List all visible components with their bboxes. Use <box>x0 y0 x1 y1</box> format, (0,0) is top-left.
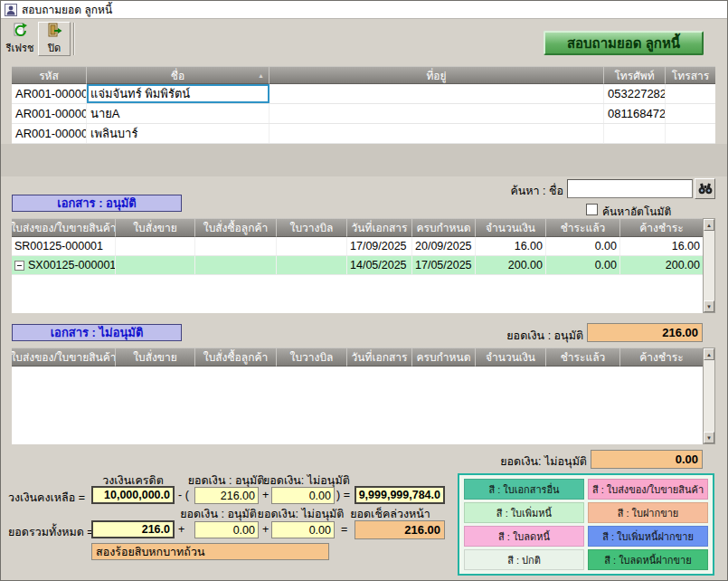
cell-name[interactable]: นายA <box>87 104 269 123</box>
unapproved-total-value: 0.00 <box>591 450 703 469</box>
approved-table-header: ใบส่งของ/ใบขายสินค้า ใบสั่งขาย ใบสั่งซื้… <box>12 218 703 237</box>
column-header-amount[interactable]: จำนวนเงิน <box>476 348 546 367</box>
cell-sale-order[interactable] <box>116 256 195 274</box>
column-header-billing-note[interactable]: ใบวางบิล <box>277 218 347 237</box>
customer-row[interactable]: AR001-000007 นายA 0811684722 <box>12 104 715 124</box>
customer-row[interactable]: AR001-000005 แจ่มจันทร์ พิมพิรัตน์ 05322… <box>12 84 715 104</box>
operator: + <box>178 523 184 536</box>
column-header-amount[interactable]: จำนวนเงิน <box>476 218 546 237</box>
query-balance-button[interactable]: สอบถามยอด ลูกหนี้ <box>544 31 704 55</box>
toolbar-separator <box>73 23 75 55</box>
cell-amount[interactable]: 16.00 <box>476 237 546 255</box>
close-button[interactable]: ปิด <box>38 22 71 56</box>
column-header-sale-order[interactable]: ใบสั่งขาย <box>116 218 195 237</box>
binoculars-icon <box>698 183 713 195</box>
cell-due-date[interactable]: 17/05/2025 <box>412 256 476 274</box>
column-header-delivery-note[interactable]: ใบส่งของ/ใบขายสินค้า <box>12 348 116 367</box>
search-input[interactable] <box>567 179 693 198</box>
cell-fax[interactable] <box>666 124 715 143</box>
cell-doc-date[interactable]: 14/05/2025 <box>347 256 412 274</box>
operator: ) = <box>336 489 350 501</box>
cell-doc-no[interactable]: SR00125-000001 <box>12 237 116 255</box>
unapproved-amount-value: 0.00 <box>271 487 335 504</box>
scrollbar-down-icon[interactable]: ▼ <box>704 432 714 443</box>
cell-phone[interactable] <box>604 124 666 143</box>
sort-ascending-icon: ▲ <box>258 72 264 79</box>
column-header-name[interactable]: ชื่อ ▲ <box>87 66 269 84</box>
cell-amount[interactable]: 200.00 <box>476 256 546 274</box>
unapproved-table-body <box>12 367 703 444</box>
search-go-button[interactable] <box>695 178 715 199</box>
panel-divider <box>1 144 728 176</box>
cell-fax[interactable] <box>666 84 715 103</box>
cell-phone[interactable]: 0811684722 <box>604 104 666 123</box>
cell-customer-po[interactable] <box>195 256 277 274</box>
auto-search-checkbox[interactable] <box>586 204 598 215</box>
column-header-billing-note[interactable]: ใบวางบิล <box>277 348 347 367</box>
unapproved-total-label: ยอดเงิน: ไม่อนุมัติ <box>478 452 587 471</box>
cell-paid[interactable]: 0.00 <box>546 237 620 255</box>
cell-paid[interactable]: 0.00 <box>546 256 620 274</box>
column-header-due-date[interactable]: ครบกำหนด <box>412 348 476 367</box>
cell-name[interactable]: เพลินบาร์ <box>87 124 269 143</box>
column-header-code[interactable]: รหัส <box>12 66 87 84</box>
column-header-doc-date[interactable]: วันที่เอกสาร <box>347 348 412 367</box>
cell-outstanding[interactable]: 200.00 <box>620 256 703 274</box>
legend-consignment-credit-note: สี : ใบลดหนี้ฝากขาย <box>588 549 708 570</box>
cell-sale-order[interactable] <box>116 237 195 255</box>
customer-row[interactable]: AR001-000008 เพลินบาร์ <box>12 124 715 144</box>
cell-doc-no[interactable]: SX00125-000001 <box>12 256 116 274</box>
unapproved-table: ใบส่งของ/ใบขายสินค้า ใบสั่งขาย ใบสั่งซื้… <box>12 348 703 444</box>
scrollbar-up-icon[interactable]: ▲ <box>704 348 714 360</box>
cell-name-selected[interactable]: แจ่มจันทร์ พิมพิรัตน์ <box>87 84 269 103</box>
column-header-address[interactable]: ที่อยู่ <box>269 66 604 84</box>
column-header-fax[interactable]: โทรสาร <box>666 66 715 84</box>
close-label: ปิด <box>48 40 61 56</box>
cell-code[interactable]: AR001-000005 <box>12 84 87 103</box>
column-header-outstanding[interactable]: ค้างชำระ <box>620 218 703 237</box>
operator: + <box>262 489 269 501</box>
cell-address[interactable] <box>269 124 604 143</box>
column-header-outstanding[interactable]: ค้างชำระ <box>620 348 703 367</box>
credit-limit-value: 10,000,000.0 <box>91 486 175 504</box>
operator: = <box>341 523 347 536</box>
legend-consignment-debit-note: สี : ใบเพิ่มหนี้ฝากขาย <box>588 526 708 547</box>
document-row[interactable]: SR00125-000001 17/09/2025 20/09/2025 16.… <box>12 237 703 256</box>
column-header-customer-po[interactable]: ใบสั่งซื้อลูกค้า <box>195 348 277 367</box>
column-header-sale-order[interactable]: ใบสั่งขาย <box>116 348 195 367</box>
approved-table-scrollbar[interactable]: ▲ ▼ <box>703 218 715 313</box>
column-header-doc-date[interactable]: วันที่เอกสาร <box>347 218 412 237</box>
approved-section-badge: เอกสาร : อนุมัติ <box>12 195 182 212</box>
cell-outstanding[interactable]: 16.00 <box>620 237 703 255</box>
column-header-delivery-note[interactable]: ใบส่งของ/ใบขายสินค้า <box>12 218 116 237</box>
cell-code[interactable]: AR001-000007 <box>12 104 87 123</box>
amount-in-words: สองร้อยสิบหกบาทถ้วน <box>91 543 329 560</box>
doc-no-label: SX00125-000001 <box>28 259 116 271</box>
cell-code[interactable]: AR001-000008 <box>12 124 87 143</box>
cell-fax[interactable] <box>666 104 715 123</box>
column-header-paid[interactable]: ชำระแล้ว <box>546 348 620 367</box>
cell-customer-po[interactable] <box>195 237 277 255</box>
cell-phone[interactable]: 053227282 <box>604 84 666 103</box>
refresh-button[interactable]: รีเฟรช <box>4 22 36 56</box>
column-header-due-date[interactable]: ครบกำหนด <box>412 218 476 237</box>
cell-doc-date[interactable]: 17/09/2025 <box>347 237 412 255</box>
cell-billing-note[interactable] <box>277 256 347 274</box>
refresh-icon <box>12 22 29 39</box>
column-header-customer-po[interactable]: ใบสั่งซื้อลูกค้า <box>195 218 277 237</box>
column-header-phone[interactable]: โทรศัพท์ <box>604 66 666 84</box>
approved-total-value: 216.00 <box>587 323 703 342</box>
approved-table-body: SR00125-000001 17/09/2025 20/09/2025 16.… <box>12 237 703 313</box>
cell-address[interactable] <box>269 104 604 123</box>
column-header-paid[interactable]: ชำระแล้ว <box>546 218 620 237</box>
unapproved-table-scrollbar[interactable]: ▲ ▼ <box>703 348 715 444</box>
collapse-icon[interactable] <box>14 261 24 271</box>
cell-billing-note[interactable] <box>277 237 347 255</box>
scrollbar-up-icon[interactable]: ▲ <box>704 219 714 231</box>
document-row-consignment[interactable]: SX00125-000001 14/05/2025 17/05/2025 200… <box>12 256 703 275</box>
color-legend: สี : ใบเอกสารอื่น สี : ใบส่งของ/ใบขายสิน… <box>458 473 714 576</box>
customer-table-header: รหัส ชื่อ ▲ ที่อยู่ โทรศัพท์ โทรสาร <box>12 66 715 84</box>
scrollbar-down-icon[interactable]: ▼ <box>704 300 714 312</box>
cell-due-date[interactable]: 20/09/2025 <box>412 237 476 255</box>
cell-address[interactable] <box>269 84 604 103</box>
